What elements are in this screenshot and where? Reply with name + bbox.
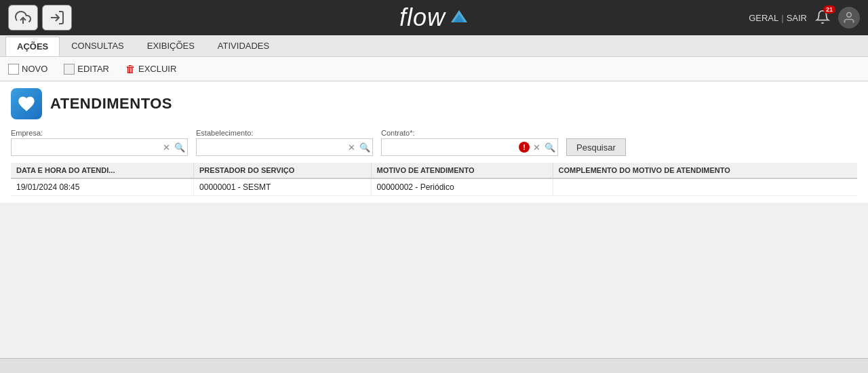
- geral-link[interactable]: GERAL: [749, 13, 778, 23]
- page-header-icon: [11, 88, 42, 119]
- logo-text: flow: [399, 5, 446, 30]
- estabelecimento-clear-button[interactable]: ✕: [346, 143, 357, 152]
- tab-consultas[interactable]: CONSULTAS: [60, 36, 136, 56]
- contrato-search-button[interactable]: 🔍: [542, 142, 557, 153]
- upload-button[interactable]: [8, 5, 38, 31]
- logo-area: flow: [399, 5, 469, 30]
- data-table: DATA E HORA DO ATENDI... PRESTADOR DO SE…: [11, 163, 857, 196]
- top-bar-right: GERAL | SAIR 21: [749, 7, 860, 28]
- novo-checkbox-icon: [8, 64, 19, 75]
- empresa-label: Empresa:: [11, 129, 188, 137]
- empresa-input[interactable]: [12, 139, 161, 155]
- action-row: NOVO EDITAR 🗑 EXCLUIR: [0, 57, 868, 81]
- page-header: ATENDIMENTOS: [11, 88, 857, 119]
- editar-button[interactable]: EDITAR: [61, 62, 112, 76]
- toolbar-tabs: AÇÕES CONSULTAS EXIBIÇÕES ATIVIDADES: [0, 35, 868, 57]
- top-bar-links: GERAL | SAIR: [749, 13, 807, 23]
- estabelecimento-input[interactable]: [197, 139, 346, 155]
- main-content: ATENDIMENTOS Empresa: ✕ 🔍 Estabeleciment…: [0, 81, 868, 203]
- empresa-filter-group: Empresa: ✕ 🔍: [11, 129, 188, 156]
- user-avatar[interactable]: [838, 7, 860, 28]
- table-body: 19/01/2024 08:4500000001 - SESMT00000002…: [11, 178, 857, 196]
- tab-acoes[interactable]: AÇÕES: [5, 37, 60, 56]
- contrato-clear-button[interactable]: ✕: [531, 143, 542, 152]
- editar-label: EDITAR: [77, 64, 109, 74]
- exit-button[interactable]: [42, 5, 72, 31]
- estabelecimento-label: Estabelecimento:: [196, 129, 373, 137]
- contrato-label: Contrato*:: [381, 129, 558, 137]
- novo-button[interactable]: NOVO: [5, 62, 50, 76]
- col-complemento: COMPLEMENTO DO MOTIVO DE ATENDIMENTO: [553, 163, 857, 178]
- table-row[interactable]: 19/01/2024 08:4500000001 - SESMT00000002…: [11, 178, 857, 196]
- svg-point-4: [847, 13, 852, 18]
- contrato-filter-group: Contrato*: ! ✕ 🔍: [381, 129, 558, 156]
- page-title: ATENDIMENTOS: [50, 95, 172, 113]
- tab-exibicoes[interactable]: EXIBIÇÕES: [136, 36, 206, 56]
- excluir-button[interactable]: 🗑 EXCLUIR: [123, 62, 179, 76]
- notification-badge: 21: [823, 5, 835, 14]
- pesquisar-button[interactable]: Pesquisar: [566, 138, 626, 156]
- editar-checkbox-icon: [64, 64, 75, 75]
- trash-icon: 🗑: [125, 63, 136, 75]
- cell-motivo: 00000002 - Periódico: [371, 178, 553, 196]
- estabelecimento-input-wrap: ✕ 🔍: [196, 138, 373, 156]
- tab-atividades[interactable]: ATIVIDADES: [206, 36, 281, 56]
- col-data-hora: DATA E HORA DO ATENDI...: [11, 163, 194, 178]
- col-prestador: PRESTADOR DO SERVIÇO: [194, 163, 372, 178]
- top-bar: flow GERAL | SAIR 21: [0, 0, 868, 35]
- filter-row: Empresa: ✕ 🔍 Estabelecimento: ✕ 🔍 Contra…: [11, 129, 857, 156]
- cell-data_hora: 19/01/2024 08:45: [11, 178, 194, 196]
- notification-button[interactable]: 21: [815, 9, 830, 26]
- contrato-input-wrap: ! ✕ 🔍: [381, 138, 558, 156]
- contrato-warn-button[interactable]: !: [517, 142, 531, 153]
- link-separator: |: [781, 13, 783, 23]
- estabelecimento-filter-group: Estabelecimento: ✕ 🔍: [196, 129, 373, 156]
- top-bar-left: [8, 5, 72, 31]
- excluir-label: EXCLUIR: [138, 64, 176, 74]
- table-header: DATA E HORA DO ATENDI... PRESTADOR DO SE…: [11, 163, 857, 178]
- empresa-clear-button[interactable]: ✕: [161, 143, 172, 152]
- cell-complemento: [553, 178, 857, 196]
- sair-link[interactable]: SAIR: [787, 13, 807, 23]
- empresa-input-wrap: ✕ 🔍: [11, 138, 188, 156]
- warn-icon: !: [519, 142, 530, 153]
- logo-icon: [450, 9, 469, 27]
- novo-label: NOVO: [22, 64, 47, 74]
- col-motivo: MOTIVO DE ATENDIMENTO: [371, 163, 553, 178]
- empresa-search-button[interactable]: 🔍: [172, 142, 187, 153]
- estabelecimento-search-button[interactable]: 🔍: [357, 142, 372, 153]
- cell-prestador: 00000001 - SESMT: [194, 178, 372, 196]
- contrato-input[interactable]: [382, 139, 517, 155]
